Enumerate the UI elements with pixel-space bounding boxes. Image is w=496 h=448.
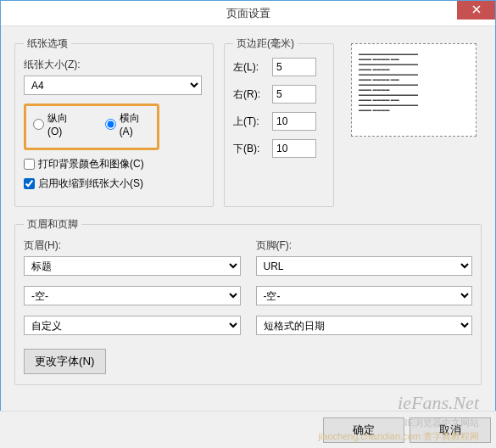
- shrink-fit-checkbox[interactable]: [24, 178, 35, 189]
- landscape-radio[interactable]: [105, 119, 116, 130]
- ok-button[interactable]: 确定: [323, 417, 404, 443]
- margin-right-input[interactable]: [272, 85, 316, 104]
- print-bg-wrap[interactable]: 打印背景颜色和图像(C): [24, 157, 204, 171]
- footer-select-3[interactable]: 短格式的日期: [256, 316, 473, 335]
- change-font-button[interactable]: 更改字体(N): [24, 349, 106, 374]
- margin-right-label: 右(R):: [233, 87, 265, 102]
- portrait-radio-wrap[interactable]: 纵向(O): [33, 111, 80, 137]
- footer-select-2[interactable]: -空-: [256, 286, 473, 305]
- print-bg-checkbox[interactable]: [24, 159, 35, 170]
- margin-bottom-label: 下(B):: [233, 142, 265, 156]
- titlebar: 页面设置: [1, 1, 495, 26]
- portrait-radio[interactable]: [33, 119, 44, 130]
- footer-select-1[interactable]: URL: [256, 256, 473, 276]
- header-footer-group: 页眉和页脚 页眉(H): 标题 -空- 自定义 更改字体(N) 页脚(F): U…: [14, 217, 482, 385]
- header-select-3[interactable]: 自定义: [24, 316, 241, 335]
- cancel-button[interactable]: 取消: [410, 417, 491, 443]
- shrink-fit-wrap[interactable]: 启用收缩到纸张大小(S): [24, 176, 204, 191]
- header-footer-legend: 页眉和页脚: [24, 217, 81, 232]
- page-preview: ▬▬▬▬▬▬▬▬▬▬▬▬▬▬▬▬▬ ▬▬▬▬ ▬▬▬▬▬▬▬▬▬▬▬▬▬▬▬▬▬…: [351, 43, 476, 137]
- margin-top-input[interactable]: [272, 112, 316, 131]
- header-select-1[interactable]: 标题: [24, 256, 241, 276]
- paper-size-select[interactable]: A4: [24, 76, 202, 95]
- close-button[interactable]: [457, 1, 495, 20]
- footer-label: 页脚(F):: [256, 238, 473, 253]
- landscape-label: 横向(A): [120, 111, 150, 137]
- margins-group: 页边距(毫米) 左(L): 右(R): 上(T): 下(B):: [224, 36, 334, 207]
- header-label: 页眉(H):: [24, 238, 241, 253]
- portrait-label: 纵向(O): [47, 111, 80, 137]
- close-icon: [472, 4, 481, 16]
- header-select-2[interactable]: -空-: [24, 286, 241, 305]
- paper-options-group: 纸张选项 纸张大小(Z): A4 纵向(O) 横向(A): [14, 36, 214, 207]
- dialog-footer: 确定 取消: [0, 411, 496, 448]
- paper-options-legend: 纸张选项: [24, 36, 71, 51]
- orientation-highlight-box: 纵向(O) 横向(A): [24, 104, 159, 150]
- dialog-title: 页面设置: [226, 6, 270, 21]
- margin-left-input[interactable]: [272, 58, 316, 76]
- margin-bottom-input[interactable]: [272, 139, 316, 158]
- print-bg-label: 打印背景颜色和图像(C): [38, 157, 144, 171]
- page-setup-dialog: 页面设置 纸张选项 纸张大小(Z): A4 纵向(O): [0, 0, 496, 448]
- paper-size-label: 纸张大小(Z):: [24, 58, 204, 72]
- margin-top-label: 上(T):: [233, 115, 265, 129]
- margins-legend: 页边距(毫米): [233, 36, 298, 51]
- preview-content: ▬▬▬▬▬▬▬▬▬▬▬▬▬▬▬▬▬ ▬▬▬▬ ▬▬▬▬▬▬▬▬▬▬▬▬▬▬▬▬▬…: [359, 51, 469, 112]
- margin-left-label: 左(L):: [233, 60, 265, 75]
- shrink-fit-label: 启用收缩到纸张大小(S): [38, 176, 143, 191]
- landscape-radio-wrap[interactable]: 横向(A): [105, 111, 150, 137]
